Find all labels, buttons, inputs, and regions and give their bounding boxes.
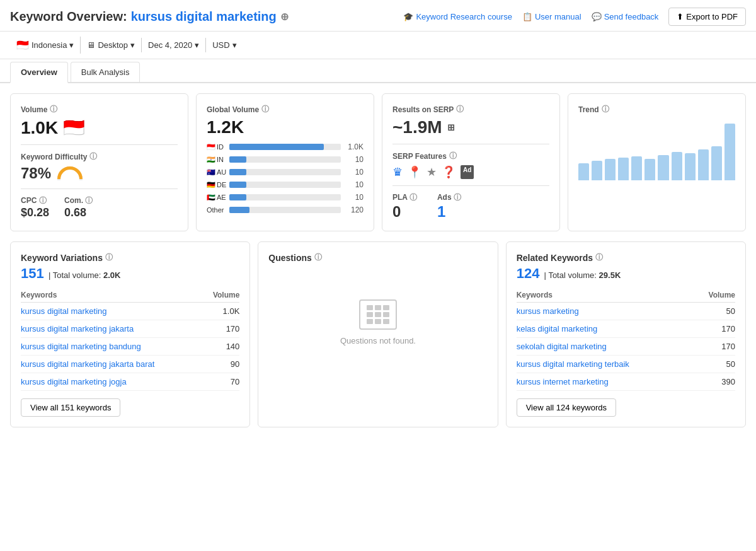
questions-title: Questions ⓘ bbox=[268, 252, 487, 263]
bar-track bbox=[229, 169, 341, 175]
cards-row: Volume ⓘ 1.0K 🇮🇩 Keyword Difficulty ⓘ 78… bbox=[10, 93, 746, 231]
trend-bar bbox=[658, 155, 668, 181]
kv-col-volume: Volume bbox=[203, 288, 239, 303]
com-label: Com. ⓘ bbox=[64, 195, 93, 206]
global-bar-row: 🇩🇪 DE 10 bbox=[207, 180, 364, 189]
export-icon: ⬆ bbox=[677, 12, 684, 21]
keyword-research-course-link[interactable]: 🎓 Keyword Research course bbox=[403, 12, 512, 21]
difficulty-info-icon[interactable]: ⓘ bbox=[89, 151, 97, 162]
title-keyword: kursus digital marketing bbox=[131, 9, 277, 24]
serp-star-icon: ★ bbox=[427, 165, 437, 179]
table-row: kursus digital marketing terbaik 50 bbox=[517, 356, 735, 373]
bar-value: 10 bbox=[345, 193, 364, 202]
cpc-info-icon[interactable]: ⓘ bbox=[39, 196, 47, 205]
cpc-label: CPC ⓘ bbox=[21, 195, 49, 206]
view-all-kv-button[interactable]: View all 151 keywords bbox=[21, 398, 120, 417]
trend-bar bbox=[618, 158, 629, 180]
serp-label: Results on SERP ⓘ bbox=[392, 104, 549, 115]
bottom-row: Keyword Variations ⓘ 151 | Total volume:… bbox=[10, 241, 746, 427]
rk-info-icon[interactable]: ⓘ bbox=[595, 252, 603, 263]
bar-value: 10 bbox=[345, 155, 364, 164]
rk-title: Related Keywords ⓘ bbox=[517, 252, 735, 263]
bar-label: Other bbox=[207, 206, 226, 214]
cpc-row: CPC ⓘ $0.28 Com. ⓘ 0.68 bbox=[21, 195, 178, 219]
tab-bulk-analysis[interactable]: Bulk Analysis bbox=[71, 62, 140, 82]
global-bar-row: 🇦🇪 AE 10 bbox=[207, 193, 364, 202]
kw-link[interactable]: kursus digital marketing jakarta bbox=[21, 324, 134, 334]
course-icon: 🎓 bbox=[403, 12, 413, 21]
kw-link[interactable]: kursus digital marketing bbox=[21, 306, 107, 316]
cpc-value: $0.28 bbox=[21, 206, 49, 219]
serp-copy-icon[interactable]: ⊞ bbox=[447, 122, 455, 132]
country-filter[interactable]: 🇮🇩 Indonesia ▾ bbox=[10, 37, 81, 54]
top-links: 🎓 Keyword Research course 📋 User manual … bbox=[403, 8, 746, 26]
com-value: 0.68 bbox=[64, 206, 93, 219]
device-icon: 🖥 bbox=[87, 40, 95, 50]
bar-track bbox=[229, 194, 341, 200]
pla-info-icon[interactable]: ⓘ bbox=[410, 193, 417, 202]
bar-value: 10 bbox=[345, 180, 364, 189]
currency-filter[interactable]: USD ▾ bbox=[206, 38, 243, 52]
send-feedback-link[interactable]: 💬 Send feedback bbox=[592, 12, 659, 21]
bar-flag: 🇮🇩 bbox=[207, 143, 215, 151]
export-pdf-button[interactable]: ⬆ Export to PDF bbox=[668, 8, 746, 26]
serp-info-icon[interactable]: ⓘ bbox=[456, 104, 464, 115]
bar-fill bbox=[229, 144, 324, 150]
pla-value: 0 bbox=[392, 203, 417, 221]
serp-question-icon: ❓ bbox=[442, 165, 455, 179]
volume-card: Volume ⓘ 1.0K 🇮🇩 Keyword Difficulty ⓘ 78… bbox=[10, 93, 188, 231]
date-filter[interactable]: Dec 4, 2020 ▾ bbox=[142, 38, 206, 52]
bar-flag: 🇮🇳 bbox=[207, 156, 215, 164]
kw-volume: 1.0K bbox=[203, 303, 239, 320]
bar-fill bbox=[229, 156, 246, 163]
device-filter[interactable]: 🖥 Desktop ▾ bbox=[81, 38, 142, 52]
kw-link[interactable]: kursus digital marketing terbaik bbox=[517, 359, 629, 369]
kw-link[interactable]: kursus digital marketing jakarta barat bbox=[21, 359, 154, 369]
bar-fill bbox=[229, 207, 249, 213]
kw-link[interactable]: kelas digital marketing bbox=[517, 324, 598, 334]
trend-bar bbox=[724, 124, 735, 180]
serp-features-info-icon[interactable]: ⓘ bbox=[449, 151, 457, 161]
global-volume-info-icon[interactable]: ⓘ bbox=[261, 104, 269, 115]
bar-track bbox=[229, 156, 341, 163]
title-prefix: Keyword Overview: bbox=[10, 9, 127, 24]
bar-label: 🇮🇳 IN bbox=[207, 156, 226, 164]
volume-flag: 🇮🇩 bbox=[63, 117, 85, 138]
trend-bar bbox=[672, 152, 682, 180]
table-row: kursus digital marketing 1.0K bbox=[21, 303, 239, 320]
page-title: Keyword Overview: kursus digital marketi… bbox=[10, 9, 289, 24]
kw-link[interactable]: kursus digital marketing bandung bbox=[21, 342, 141, 351]
questions-info-icon[interactable]: ⓘ bbox=[314, 252, 322, 263]
pla-label: PLA ⓘ bbox=[392, 192, 417, 203]
kw-link[interactable]: kursus digital marketing jogja bbox=[21, 377, 127, 386]
ads-info-icon[interactable]: ⓘ bbox=[454, 193, 461, 202]
serp-features-label: SERP Features ⓘ bbox=[392, 151, 549, 161]
rk-table: Keywords Volume kursus marketing 50 kela… bbox=[517, 288, 735, 391]
com-info-icon[interactable]: ⓘ bbox=[85, 196, 93, 205]
bar-fill bbox=[229, 182, 246, 188]
kw-volume: 50 bbox=[693, 356, 735, 373]
manual-icon: 📋 bbox=[522, 12, 532, 21]
kv-info-icon[interactable]: ⓘ bbox=[105, 252, 113, 263]
global-bar-row: 🇮🇳 IN 10 bbox=[207, 155, 364, 164]
difficulty-value: 78% bbox=[21, 165, 178, 182]
kw-volume: 170 bbox=[203, 320, 239, 338]
bar-flag: 🇦🇪 bbox=[207, 194, 215, 202]
kw-link[interactable]: kursus marketing bbox=[517, 306, 579, 316]
tab-overview[interactable]: Overview bbox=[10, 62, 68, 83]
kw-link[interactable]: sekolah digital marketing bbox=[517, 342, 607, 351]
global-volume-value: 1.2K bbox=[207, 117, 364, 137]
user-manual-link[interactable]: 📋 User manual bbox=[522, 12, 581, 21]
bar-value: 120 bbox=[345, 206, 364, 214]
volume-info-icon[interactable]: ⓘ bbox=[50, 104, 57, 115]
bar-code: Other bbox=[207, 206, 224, 214]
kw-link[interactable]: kursus internet marketing bbox=[517, 377, 609, 386]
view-all-rk-button[interactable]: View all 124 keywords bbox=[517, 398, 616, 417]
table-row: kursus digital marketing jogja 70 bbox=[21, 373, 239, 391]
bar-value: 10 bbox=[345, 168, 364, 177]
empty-text: Questions not found. bbox=[340, 336, 416, 345]
bar-label: 🇩🇪 DE bbox=[207, 181, 226, 189]
rk-col-keywords: Keywords bbox=[517, 288, 694, 303]
trend-info-icon[interactable]: ⓘ bbox=[602, 104, 609, 115]
add-keyword-icon[interactable]: ⊕ bbox=[280, 11, 289, 23]
